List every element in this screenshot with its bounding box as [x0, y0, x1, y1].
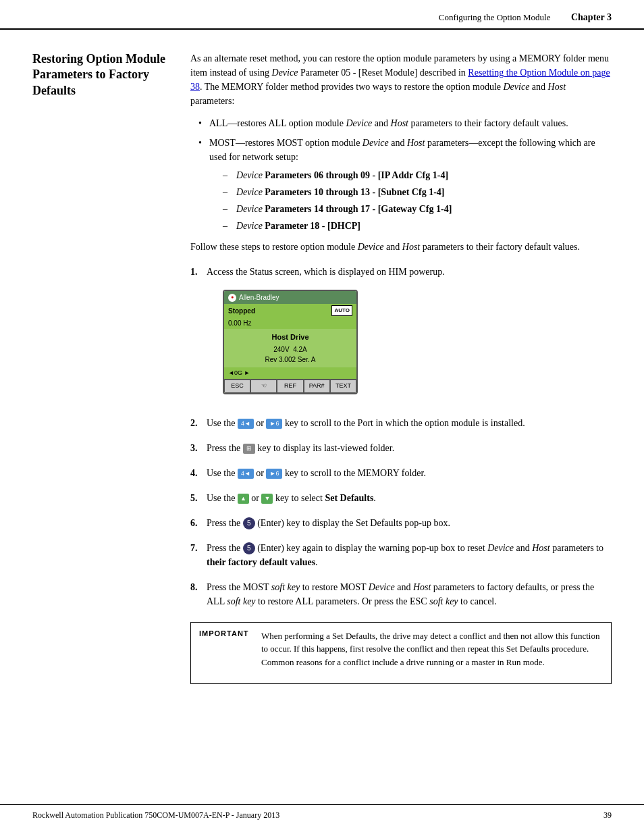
step-2-content: Use the 4◄ or ►6 key to scroll to the Po… [207, 416, 612, 430]
up-arrow-icon: ▲ [238, 494, 249, 504]
him-port-num: ◄0G ► [228, 369, 250, 378]
him-screen: ● Allen-Bradley Stopped AUTO 0.00 Hz [223, 290, 358, 394]
step-5-num: 5. [190, 491, 207, 505]
him-auto-badge: AUTO [331, 305, 352, 316]
step-3-content: Press the ⊞ key to display its last-view… [207, 441, 612, 455]
step-8-content: Press the MOST soft key to restore MOST … [207, 580, 612, 608]
bullet-item-all: ALL—restores ALL option module Device an… [198, 116, 612, 130]
step-6-content: Press the 5 (Enter) key to display the S… [207, 516, 612, 530]
him-brand: Allen-Bradley [239, 292, 279, 303]
him-middle: Host Drive 240V 4.2A Rev 3.002 Ser. A [224, 329, 356, 367]
step-6-num: 6. [190, 516, 207, 530]
him-screen-wrapper: ● Allen-Bradley Stopped AUTO 0.00 Hz [223, 290, 612, 394]
step-5: 5. Use the ▲ or ▼ key to select Set Defa… [190, 491, 612, 505]
him-softkey-ref[interactable]: REF [277, 380, 303, 393]
section-title: Restoring Option Module Parameters to Fa… [32, 51, 174, 99]
step-2: 2. Use the 4◄ or ►6 key to scroll to the… [190, 416, 612, 430]
him-drive-title: Host Drive [228, 332, 352, 343]
left-column: Restoring Option Module Parameters to Fa… [32, 51, 174, 691]
page-header: Configuring the Option Module Chapter 3 [0, 0, 644, 30]
enter-key-icon-7: 5 [243, 542, 255, 554]
dash-list: Device Parameters 06 through 09 - [IP Ad… [223, 168, 612, 233]
step-3-num: 3. [190, 441, 207, 455]
step4-right-arrow-icon: ►6 [266, 469, 282, 479]
step-7: 7. Press the 5 (Enter) key again to disp… [190, 541, 612, 569]
him-freq-row: 0.00 Hz [224, 317, 356, 329]
step-3: 3. Press the ⊞ key to display its last-v… [190, 441, 612, 455]
header-section: Configuring the Option Module [439, 12, 551, 23]
bullet-item-most: MOST—restores MOST option module Device … [198, 136, 612, 233]
step-4-num: 4. [190, 466, 207, 480]
bullet-list: ALL—restores ALL option module Device an… [198, 116, 612, 233]
him-status-text: Stopped [228, 306, 255, 316]
step-1-num: 1. [190, 265, 207, 405]
right-arrow-icon: ►6 [266, 419, 282, 429]
follow-paragraph: Follow these steps to restore option mod… [190, 240, 612, 254]
left-arrow-icon: 4◄ [238, 419, 254, 429]
intro-paragraph: As an alternate reset method, you can re… [190, 51, 612, 108]
step-7-num: 7. [190, 541, 207, 569]
folder-icon: ⊞ [243, 444, 255, 454]
step-8-num: 8. [190, 580, 207, 608]
him-softkey-esc[interactable]: ESC [224, 380, 250, 393]
ab-logo-icon: ● [228, 294, 236, 302]
step-1: 1. Access the Status screen, which is di… [190, 265, 612, 405]
important-label: IMPORTANT [199, 629, 253, 637]
dash-item-1: Device Parameters 06 through 09 - [IP Ad… [223, 168, 612, 182]
chapter-label: Chapter 3 [571, 12, 612, 23]
him-drive-voltage: 240V 4.2A [228, 344, 352, 355]
page-footer: Rockwell Automation Publication 750COM-U… [0, 804, 644, 820]
important-box: IMPORTANT When performing a Set Defaults… [190, 622, 612, 685]
step-4-content: Use the 4◄ or ►6 key to scroll to the ME… [207, 466, 612, 480]
step4-left-arrow-icon: 4◄ [238, 469, 254, 479]
right-column: As an alternate reset method, you can re… [190, 51, 612, 691]
him-softkey-sp[interactable]: ☜ [250, 380, 277, 393]
him-drive-rev: Rev 3.002 Ser. A [228, 355, 352, 365]
dash-item-2: Device Parameters 10 through 13 - [Subne… [223, 185, 612, 199]
step-7-content: Press the 5 (Enter) key again to display… [207, 541, 612, 569]
header-right: Configuring the Option Module Chapter 3 [439, 12, 612, 23]
him-top-bar: ● Allen-Bradley [224, 291, 356, 304]
steps-list: 1. Access the Status screen, which is di… [190, 265, 612, 608]
important-text: When performing a Set Defaults, the driv… [261, 629, 603, 669]
dash-item-3: Device Parameters 14 through 17 - [Gatew… [223, 202, 612, 216]
him-freq: 0.00 Hz [228, 319, 251, 327]
step-8: 8. Press the MOST soft key to restore MO… [190, 580, 612, 608]
him-port-row: ◄0G ► [224, 367, 356, 380]
step-1-content: Access the Status screen, which is displ… [207, 265, 612, 405]
him-softkey-par[interactable]: PAR# [304, 380, 330, 393]
him-softkey-text[interactable]: TEXT [330, 380, 356, 393]
step-4: 4. Use the 4◄ or ►6 key to scroll to the… [190, 466, 612, 480]
step-6: 6. Press the 5 (Enter) key to display th… [190, 516, 612, 530]
step-1-text: Access the Status screen, which is displ… [207, 267, 445, 277]
content-area: Restoring Option Module Parameters to Fa… [0, 30, 644, 691]
footer-pub: Rockwell Automation Publication 750COM-U… [32, 810, 279, 820]
him-softkeys: ESC ☜ REF PAR# TEXT [224, 379, 356, 393]
step-2-num: 2. [190, 416, 207, 430]
him-status-row: Stopped AUTO [224, 304, 356, 317]
down-arrow-icon: ▼ [261, 494, 273, 504]
footer-page-num: 39 [603, 810, 612, 820]
dash-item-4: Device Parameter 18 - [DHCP] [223, 219, 612, 233]
step-5-content: Use the ▲ or ▼ key to select Set Default… [207, 491, 612, 505]
enter-key-icon-6: 5 [243, 517, 255, 529]
